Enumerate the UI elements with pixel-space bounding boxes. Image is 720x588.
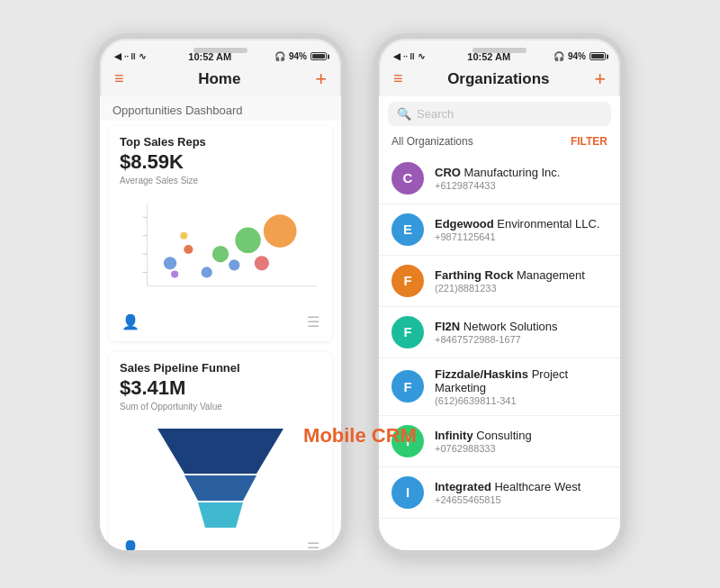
- section-title: Opportunities Dashboard: [100, 96, 341, 121]
- wifi-home: ∿: [139, 51, 146, 61]
- svg-point-13: [171, 270, 178, 277]
- search-bar[interactable]: 🔍 Search: [388, 102, 611, 126]
- svg-point-12: [264, 214, 297, 248]
- org-info: Integrated Healthcare West+24655465815: [435, 480, 608, 505]
- filter-button[interactable]: FILTER: [571, 135, 608, 148]
- org-avatar: E: [392, 213, 424, 246]
- svg-marker-18: [198, 502, 243, 528]
- home-content: Opportunities Dashboard Top Sales Reps $…: [100, 96, 341, 550]
- org-avatar: F: [392, 370, 424, 403]
- card2-subtitle: Sum of Opportunity Value: [120, 402, 321, 412]
- status-bar-orgs: ◀ ·· ll ∿ 10:52 AM 🎧 94%: [379, 39, 620, 66]
- add-icon-home[interactable]: +: [315, 69, 327, 89]
- org-list-item[interactable]: FFI2N Network Solutions+8467572988-1677: [379, 307, 620, 358]
- org-info: Infinity Consulting+0762988333: [435, 429, 608, 454]
- scene: ◀ ·· ll ∿ 10:52 AM 🎧 94% ≡ Home + Opport…: [76, 15, 644, 574]
- org-info: FI2N Network Solutions+8467572988-1677: [435, 320, 608, 345]
- signal-orgs: ·· ll: [403, 52, 415, 61]
- org-name: Integrated Healthcare West: [435, 480, 608, 493]
- signal-home: ·· ll: [124, 52, 136, 61]
- org-info: Farthing Rock Management(221)8881233: [435, 268, 608, 294]
- person-icon: 👤: [122, 313, 140, 330]
- card2-value: $3.41M: [120, 376, 321, 400]
- nav-title-orgs: Organizations: [447, 70, 549, 88]
- menu-icon-orgs[interactable]: ≡: [393, 69, 403, 88]
- svg-point-8: [180, 231, 187, 239]
- headphone-orgs: 🎧: [554, 51, 564, 61]
- search-placeholder: Search: [417, 107, 454, 121]
- time-home: 10:52 AM: [188, 51, 231, 62]
- svg-point-7: [184, 244, 193, 253]
- org-info: CRO Manufacturing Inc.+6129874433: [435, 166, 608, 191]
- card1-footer: 👤 ☰: [120, 308, 321, 332]
- sales-reps-card: Top Sales Reps $8.59K Average Sales Size: [109, 126, 332, 341]
- card1-subtitle: Average Sales Size: [120, 176, 321, 185]
- filter-bar: All Organizations FILTER: [379, 131, 620, 153]
- battery-pct-home: 94%: [289, 51, 307, 61]
- svg-point-10: [235, 227, 261, 253]
- person-icon2: 👤: [122, 539, 140, 550]
- org-phone: +0762988333: [435, 443, 608, 454]
- svg-point-15: [255, 256, 269, 270]
- org-list-item[interactable]: CCRO Manufacturing Inc.+6129874433: [379, 153, 620, 204]
- org-list-item[interactable]: EEdgewood Environmental LLC.+9871125641: [379, 204, 620, 256]
- svg-point-9: [212, 245, 229, 261]
- battery-icon-orgs: [590, 52, 606, 60]
- top-nav-home: ≡ Home +: [100, 66, 341, 96]
- org-info: Edgewood Environmental LLC.+9871125641: [435, 217, 608, 242]
- pipeline-card: Sales Pipeline Funnel $3.41M Sum of Oppo…: [109, 352, 332, 550]
- card2-footer: 👤 ☰: [120, 534, 321, 550]
- bubble-chart-area: [120, 191, 321, 308]
- org-name: Farthing Rock Management: [435, 268, 608, 282]
- card2-title: Sales Pipeline Funnel: [120, 361, 321, 375]
- list-icon2[interactable]: ☰: [307, 539, 320, 550]
- list-icon[interactable]: ☰: [307, 313, 320, 330]
- org-phone: (612)6639811-341: [435, 395, 608, 406]
- org-avatar: F: [392, 265, 424, 297]
- svg-marker-17: [184, 475, 256, 501]
- svg-point-11: [229, 259, 239, 270]
- funnel-svg: [148, 424, 292, 532]
- top-nav-orgs: ≡ Organizations +: [379, 66, 620, 96]
- card1-value: $8.59K: [120, 150, 321, 174]
- battery-icon-home: [310, 52, 327, 60]
- add-icon-orgs[interactable]: +: [594, 69, 606, 89]
- bubble-chart-svg: [120, 191, 321, 308]
- org-list-item[interactable]: IInfinity Consulting+0762988333: [379, 416, 620, 467]
- svg-point-14: [202, 267, 212, 277]
- wifi-orgs: ∿: [418, 51, 425, 61]
- svg-marker-16: [158, 429, 284, 474]
- status-bar-home: ◀ ·· ll ∿ 10:52 AM 🎧 94%: [100, 39, 341, 66]
- org-list-item[interactable]: FFizzdale/Haskins Project Marketing(612)…: [379, 358, 620, 416]
- org-avatar: I: [392, 476, 424, 509]
- org-list-item[interactable]: IIntegrated Healthcare West+24655465815: [379, 467, 620, 519]
- funnel-container: [120, 417, 321, 534]
- org-name: FI2N Network Solutions: [435, 320, 608, 333]
- org-phone: +24655465815: [435, 494, 608, 505]
- org-list-item[interactable]: FFarthing Rock Management(221)8881233: [379, 256, 620, 307]
- org-name: Edgewood Environmental LLC.: [435, 217, 608, 231]
- org-name: CRO Manufacturing Inc.: [435, 166, 608, 179]
- battery-pct-orgs: 94%: [568, 51, 586, 61]
- org-phone: +9871125641: [435, 231, 608, 242]
- phone-orgs: ◀ ·· ll ∿ 10:52 AM 🎧 94% ≡ Organizations…: [374, 33, 626, 556]
- org-name: Infinity Consulting: [435, 429, 608, 442]
- org-phone: (221)8881233: [435, 283, 608, 294]
- org-avatar: I: [392, 425, 424, 457]
- back-arrow-orgs[interactable]: ◀: [393, 51, 400, 61]
- org-phone: +6129874433: [435, 180, 608, 191]
- back-arrow-home[interactable]: ◀: [114, 51, 122, 61]
- org-name: Fizzdale/Haskins Project Marketing: [435, 367, 608, 394]
- org-phone: +8467572988-1677: [435, 334, 608, 345]
- headphone-home: 🎧: [274, 51, 285, 61]
- svg-point-6: [164, 257, 176, 269]
- org-list: CCRO Manufacturing Inc.+6129874433EEdgew…: [379, 153, 620, 550]
- org-avatar: C: [392, 162, 424, 194]
- nav-title-home: Home: [198, 70, 240, 88]
- time-orgs: 10:52 AM: [467, 51, 510, 62]
- card1-title: Top Sales Reps: [120, 135, 321, 149]
- filter-label: All Organizations: [392, 135, 473, 148]
- search-icon: 🔍: [397, 107, 411, 121]
- org-avatar: F: [392, 316, 424, 348]
- menu-icon-home[interactable]: ≡: [114, 69, 124, 88]
